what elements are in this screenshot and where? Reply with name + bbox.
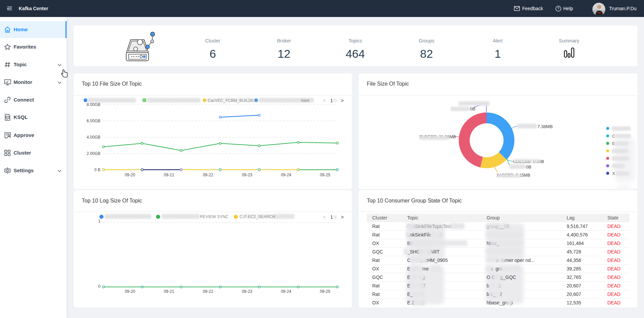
- svg-text:?: ?: [557, 6, 560, 11]
- svg-text:SQL: SQL: [6, 116, 10, 118]
